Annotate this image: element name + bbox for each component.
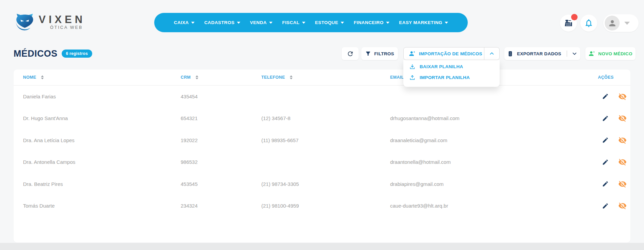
nav-item-financeiro[interactable]: FINANCEIRO: [354, 20, 389, 25]
cell-name: Dra. Antonella Campos: [23, 159, 181, 165]
chevron-up-icon: [489, 51, 495, 57]
records-count-badge: 6 registros: [62, 50, 93, 58]
cell-email: draantonella@hotmail.com: [390, 159, 598, 165]
eye-off-icon[interactable]: [618, 114, 627, 122]
import-doctors-button[interactable]: IMPORTAÇÃO DE MÉDICOS: [403, 47, 500, 60]
export-data-button[interactable]: EXPORTAR DADOS: [504, 47, 580, 60]
refresh-button[interactable]: [342, 47, 359, 60]
brand-name: VIXEN: [39, 14, 85, 25]
chevron-down-icon: [237, 22, 240, 24]
refresh-icon: [347, 50, 354, 57]
chevron-down-icon: [302, 22, 305, 24]
nav-item-fiscal[interactable]: FISCAL: [282, 20, 305, 25]
edit-pencil-icon[interactable]: [602, 180, 609, 187]
doctors-table: NOME CRM TELEFONE EMAIL AÇÕES Daniela Fa…: [14, 70, 630, 243]
nav-item-venda[interactable]: VENDA: [250, 20, 273, 25]
column-header-acoes: AÇÕES: [598, 75, 625, 80]
download-icon: [409, 63, 416, 70]
cell-name: Dra. Ana Letícia Lopes: [23, 137, 181, 143]
main-nav: CAIXA CADASTROS VENDA FISCAL ESTOQUE FIN…: [154, 13, 468, 32]
eye-off-icon[interactable]: [618, 180, 627, 188]
cash-register-button[interactable]: [560, 15, 577, 32]
new-doctor-label: NOVO MÉDICO: [598, 51, 632, 56]
table-row: Dr. Hugo Sant'Anna 654321 (12) 34567-8 d…: [14, 108, 630, 130]
brand-subtitle: ÓTICA WEB: [50, 25, 83, 30]
column-header-nome[interactable]: NOME: [23, 75, 181, 80]
edit-pencil-icon[interactable]: [602, 115, 609, 122]
chevron-down-icon: [191, 22, 195, 24]
column-label: EMAIL: [390, 75, 404, 80]
nav-item-label: ESTOQUE: [315, 20, 338, 25]
table-row: Dra. Beatriz Pires 453545 (21) 98734-330…: [14, 173, 630, 195]
chevron-down-icon[interactable]: [571, 51, 578, 57]
app-window: VIXEN ÓTICA WEB CAIXA CADASTROS VENDA FI…: [0, 0, 644, 250]
sort-icon: [41, 75, 44, 79]
eye-off-icon[interactable]: [618, 136, 627, 145]
filters-button-label: FILTROS: [374, 51, 394, 56]
cell-email: draanaleticia@gmail.com: [390, 137, 598, 143]
edit-pencil-icon[interactable]: [602, 159, 609, 166]
avatar: [605, 16, 620, 31]
cell-email: drhugosantanna@hotmail.com: [390, 115, 598, 121]
column-header-crm[interactable]: CRM: [181, 75, 261, 80]
nav-item-label: EASY MARKETING: [399, 20, 442, 25]
edit-pencil-icon[interactable]: [602, 203, 609, 209]
cell-email: caue-duarte93@hlt.arq.br: [390, 203, 598, 209]
eye-off-icon[interactable]: [618, 201, 627, 210]
nav-item-label: FINANCEIRO: [354, 20, 384, 25]
chevron-down-icon: [624, 22, 630, 25]
import-collapse-toggle[interactable]: [484, 47, 499, 60]
menu-item-baixar-planilha[interactable]: BAIXAR PLANILHA: [403, 61, 500, 72]
nav-item-easy-marketing[interactable]: EASY MARKETING: [399, 20, 448, 25]
eye-off-icon[interactable]: [618, 92, 627, 101]
brand-logo[interactable]: VIXEN ÓTICA WEB: [14, 12, 85, 32]
cell-crm: 435454: [181, 94, 261, 99]
bell-icon: [584, 18, 593, 28]
page-title: MÉDICOS: [14, 49, 58, 59]
account-menu[interactable]: [603, 14, 639, 32]
nav-item-cadastros[interactable]: CADASTROS: [204, 20, 240, 25]
export-file-icon: [507, 51, 514, 57]
menu-item-label: IMPORTAR PLANILHA: [420, 75, 470, 80]
table-header-row: NOME CRM TELEFONE EMAIL AÇÕES: [14, 70, 630, 85]
eye-off-icon[interactable]: [618, 158, 627, 166]
person-add-icon: [588, 50, 595, 57]
divider: [567, 51, 567, 57]
page-bottom-strip: [0, 243, 644, 250]
cell-phone: (21) 98100-4959: [261, 203, 390, 209]
column-label: CRM: [181, 75, 191, 80]
notification-badge: [571, 14, 578, 20]
nav-item-estoque[interactable]: ESTOQUE: [315, 20, 344, 25]
filters-button[interactable]: FILTROS: [361, 47, 398, 60]
funnel-icon: [365, 51, 371, 57]
cell-name: Dra. Beatriz Pires: [23, 181, 181, 187]
chevron-down-icon: [269, 22, 273, 24]
import-doctors-label: IMPORTAÇÃO DE MÉDICOS: [419, 51, 482, 56]
upload-icon: [409, 74, 416, 81]
edit-pencil-icon[interactable]: [602, 93, 609, 100]
cell-name: Daniela Farias: [23, 94, 181, 99]
cell-crm: 192022: [181, 137, 261, 143]
column-label: TELEFONE: [261, 75, 285, 80]
cell-crm: 986532: [181, 159, 261, 165]
column-label: AÇÕES: [598, 75, 613, 80]
new-doctor-button[interactable]: NOVO MÉDICO: [585, 47, 636, 60]
notifications-button[interactable]: [580, 15, 597, 32]
nav-item-label: FISCAL: [282, 20, 300, 25]
export-data-label: EXPORTAR DADOS: [517, 51, 561, 56]
cell-name: Tomás Duarte: [23, 203, 181, 209]
table-row: Dra. Antonella Campos 986532 draantonell…: [14, 151, 630, 173]
column-header-telefone[interactable]: TELEFONE: [261, 75, 390, 80]
column-label: NOME: [23, 75, 36, 80]
person-add-icon: [409, 50, 416, 57]
table-row: Dra. Ana Letícia Lopes 192022 (11) 98935…: [14, 129, 630, 151]
sort-icon: [290, 75, 293, 79]
cell-phone: (11) 98935-6657: [261, 137, 390, 143]
edit-pencil-icon[interactable]: [602, 137, 609, 143]
table-row: Daniela Farias 435454: [14, 85, 630, 108]
nav-item-label: CADASTROS: [204, 20, 235, 25]
menu-item-importar-planilha[interactable]: IMPORTAR PLANILHA: [403, 72, 500, 83]
cash-register-icon: [564, 19, 573, 28]
fox-logo-icon: [14, 12, 36, 32]
nav-item-caixa[interactable]: CAIXA: [174, 20, 195, 25]
